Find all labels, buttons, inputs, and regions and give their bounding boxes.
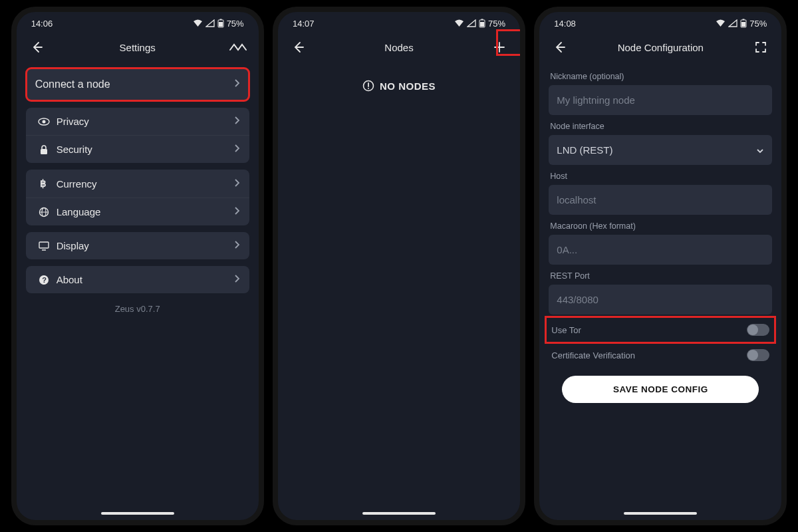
nodes-content: NO NODES — [278, 63, 520, 520]
display-label: Display — [57, 240, 233, 251]
phone-settings: 14:06 75% Settings Connect a node — [11, 7, 264, 525]
wifi-icon — [716, 19, 726, 27]
logo-button[interactable] — [227, 42, 249, 53]
cert-toggle-row[interactable]: Certificate Verification — [549, 342, 772, 368]
save-button-label: SAVE NODE CONFIG — [613, 384, 708, 394]
back-button[interactable] — [287, 41, 310, 54]
page-title: Node Configuration — [539, 42, 781, 53]
status-bar: 14:07 75% — [278, 12, 520, 32]
port-label: REST Port — [550, 271, 771, 281]
tor-toggle-row[interactable]: Use Tor — [549, 317, 772, 342]
settings-row-privacy[interactable]: Privacy — [26, 108, 249, 135]
header: Nodes — [278, 32, 520, 63]
globe-icon — [35, 207, 53, 217]
battery-icon — [479, 19, 485, 28]
eye-icon — [35, 117, 53, 126]
svg-text:฿: ฿ — [40, 178, 47, 189]
settings-row-language[interactable]: Language — [26, 198, 249, 225]
macaroon-label: Macaroon (Hex format) — [550, 221, 771, 231]
add-node-button[interactable] — [488, 41, 511, 53]
svg-rect-15 — [481, 19, 483, 21]
battery-percent: 75% — [227, 19, 244, 29]
version-text: Zeus v0.7.7 — [26, 304, 249, 314]
chevron-right-icon — [233, 116, 240, 127]
back-button[interactable] — [549, 41, 571, 54]
svg-rect-1 — [219, 19, 221, 21]
settings-row-currency[interactable]: ฿ Currency — [26, 170, 249, 198]
svg-rect-2 — [219, 22, 223, 27]
wifi-icon — [193, 19, 203, 27]
back-button[interactable] — [26, 41, 49, 54]
about-label: About — [57, 274, 233, 285]
status-indicators: 75% — [193, 19, 244, 29]
status-time: 14:08 — [554, 19, 576, 29]
svg-point-19 — [368, 88, 369, 89]
chevron-right-icon — [233, 178, 240, 190]
nickname-input[interactable]: My lightning node — [549, 85, 772, 115]
chevron-right-icon — [233, 274, 240, 285]
nickname-placeholder: My lightning node — [557, 94, 635, 106]
tor-label: Use Tor — [551, 325, 581, 335]
signal-icon — [467, 19, 476, 27]
scan-button[interactable] — [749, 41, 772, 54]
battery-icon — [217, 19, 224, 28]
nav-handle[interactable] — [362, 512, 436, 515]
chevron-right-icon — [233, 206, 240, 217]
interface-value: LND (REST) — [557, 144, 612, 156]
status-indicators: 75% — [716, 19, 767, 29]
question-icon: ? — [35, 275, 53, 285]
status-bar: 14:08 75% — [539, 12, 781, 32]
display-icon — [35, 241, 53, 251]
status-indicators: 75% — [454, 19, 505, 29]
signal-icon — [728, 19, 737, 27]
nav-handle[interactable] — [624, 512, 697, 515]
back-arrow-icon — [553, 41, 567, 54]
cert-toggle[interactable] — [747, 349, 769, 361]
empty-state: NO NODES — [287, 80, 511, 92]
phone-nodes: 14:07 75% Nodes NO NODES — [273, 7, 525, 525]
svg-rect-10 — [39, 242, 49, 248]
svg-rect-21 — [743, 19, 745, 21]
host-label: Host — [550, 172, 771, 181]
status-time: 14:07 — [293, 19, 315, 29]
save-button[interactable]: SAVE NODE CONFIG — [562, 376, 759, 403]
header: Node Configuration — [539, 32, 781, 63]
plus-icon — [493, 41, 505, 53]
svg-rect-22 — [741, 22, 745, 27]
lock-icon — [35, 144, 53, 155]
language-label: Language — [57, 206, 233, 217]
settings-row-security[interactable]: Security — [26, 135, 249, 163]
settings-list: Connect a node Privacy — [17, 63, 259, 520]
nickname-label: Nickname (optional) — [550, 72, 771, 81]
host-placeholder: localhost — [557, 194, 596, 205]
back-arrow-icon — [292, 41, 305, 54]
svg-rect-16 — [480, 22, 484, 27]
nav-handle[interactable] — [101, 512, 174, 515]
config-form: Nickname (optional) My lightning node No… — [539, 63, 781, 520]
wifi-icon — [454, 19, 464, 27]
host-input[interactable]: localhost — [549, 185, 772, 215]
status-time: 14:06 — [31, 19, 53, 29]
alert-icon — [362, 80, 374, 92]
interface-select[interactable]: LND (REST) — [549, 135, 772, 165]
battery-icon — [740, 19, 747, 28]
settings-row-display[interactable]: Display — [26, 232, 249, 259]
svg-point-4 — [42, 120, 45, 123]
zeus-logo-icon — [229, 42, 247, 53]
security-label: Security — [57, 144, 233, 155]
header: Settings — [17, 32, 259, 63]
tor-toggle[interactable] — [747, 324, 769, 336]
phone-node-config: 14:08 75% Node Configuration Nickname (o… — [534, 7, 787, 525]
interface-label: Node interface — [550, 122, 771, 131]
connect-node-label: Connect a node — [35, 78, 233, 90]
chevron-down-icon — [756, 144, 764, 156]
port-input[interactable]: 443/8080 — [549, 285, 772, 315]
back-arrow-icon — [31, 41, 44, 54]
chevron-right-icon — [233, 240, 240, 251]
port-placeholder: 443/8080 — [557, 294, 598, 305]
macaroon-placeholder: 0A... — [557, 244, 577, 255]
macaroon-input[interactable]: 0A... — [549, 235, 772, 265]
connect-node-row[interactable]: Connect a node — [26, 68, 249, 101]
status-bar: 14:06 75% — [17, 12, 259, 32]
settings-row-about[interactable]: ? About — [26, 266, 249, 293]
